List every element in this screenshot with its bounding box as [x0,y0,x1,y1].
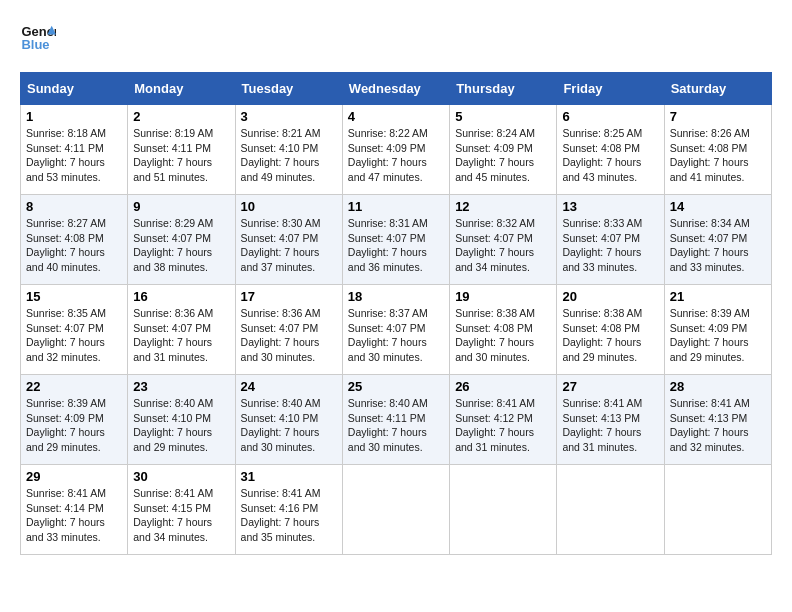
calendar-cell: 10 Sunrise: 8:30 AMSunset: 4:07 PMDaylig… [235,195,342,285]
calendar-week-1: 1 Sunrise: 8:18 AMSunset: 4:11 PMDayligh… [21,105,772,195]
calendar-cell: 24 Sunrise: 8:40 AMSunset: 4:10 PMDaylig… [235,375,342,465]
logo-icon: General Blue [20,20,56,56]
day-info: Sunrise: 8:35 AMSunset: 4:07 PMDaylight:… [26,306,122,365]
calendar-cell: 11 Sunrise: 8:31 AMSunset: 4:07 PMDaylig… [342,195,449,285]
day-info: Sunrise: 8:41 AMSunset: 4:13 PMDaylight:… [562,396,658,455]
calendar-header-row: SundayMondayTuesdayWednesdayThursdayFrid… [21,73,772,105]
day-number: 14 [670,199,766,214]
day-number: 16 [133,289,229,304]
header-friday: Friday [557,73,664,105]
day-number: 31 [241,469,337,484]
calendar-cell: 1 Sunrise: 8:18 AMSunset: 4:11 PMDayligh… [21,105,128,195]
day-number: 26 [455,379,551,394]
calendar-cell: 4 Sunrise: 8:22 AMSunset: 4:09 PMDayligh… [342,105,449,195]
day-number: 1 [26,109,122,124]
day-info: Sunrise: 8:19 AMSunset: 4:11 PMDaylight:… [133,126,229,185]
day-info: Sunrise: 8:26 AMSunset: 4:08 PMDaylight:… [670,126,766,185]
page-header: General Blue [20,20,772,56]
calendar-cell: 19 Sunrise: 8:38 AMSunset: 4:08 PMDaylig… [450,285,557,375]
day-info: Sunrise: 8:40 AMSunset: 4:10 PMDaylight:… [241,396,337,455]
day-number: 10 [241,199,337,214]
day-info: Sunrise: 8:40 AMSunset: 4:10 PMDaylight:… [133,396,229,455]
calendar-cell: 21 Sunrise: 8:39 AMSunset: 4:09 PMDaylig… [664,285,771,375]
day-number: 12 [455,199,551,214]
calendar-cell: 22 Sunrise: 8:39 AMSunset: 4:09 PMDaylig… [21,375,128,465]
day-info: Sunrise: 8:41 AMSunset: 4:13 PMDaylight:… [670,396,766,455]
header-wednesday: Wednesday [342,73,449,105]
day-info: Sunrise: 8:27 AMSunset: 4:08 PMDaylight:… [26,216,122,275]
calendar-cell: 18 Sunrise: 8:37 AMSunset: 4:07 PMDaylig… [342,285,449,375]
day-number: 7 [670,109,766,124]
calendar-cell: 17 Sunrise: 8:36 AMSunset: 4:07 PMDaylig… [235,285,342,375]
calendar-week-4: 22 Sunrise: 8:39 AMSunset: 4:09 PMDaylig… [21,375,772,465]
day-info: Sunrise: 8:41 AMSunset: 4:14 PMDaylight:… [26,486,122,545]
day-number: 5 [455,109,551,124]
day-info: Sunrise: 8:38 AMSunset: 4:08 PMDaylight:… [562,306,658,365]
day-number: 2 [133,109,229,124]
calendar-cell: 25 Sunrise: 8:40 AMSunset: 4:11 PMDaylig… [342,375,449,465]
calendar-cell: 20 Sunrise: 8:38 AMSunset: 4:08 PMDaylig… [557,285,664,375]
day-info: Sunrise: 8:22 AMSunset: 4:09 PMDaylight:… [348,126,444,185]
day-number: 20 [562,289,658,304]
calendar-cell: 6 Sunrise: 8:25 AMSunset: 4:08 PMDayligh… [557,105,664,195]
day-info: Sunrise: 8:34 AMSunset: 4:07 PMDaylight:… [670,216,766,275]
day-info: Sunrise: 8:41 AMSunset: 4:15 PMDaylight:… [133,486,229,545]
day-number: 22 [26,379,122,394]
calendar-cell: 14 Sunrise: 8:34 AMSunset: 4:07 PMDaylig… [664,195,771,285]
day-number: 21 [670,289,766,304]
header-monday: Monday [128,73,235,105]
svg-text:Blue: Blue [21,37,49,52]
day-number: 15 [26,289,122,304]
day-number: 18 [348,289,444,304]
calendar-cell: 12 Sunrise: 8:32 AMSunset: 4:07 PMDaylig… [450,195,557,285]
logo: General Blue [20,20,56,56]
calendar-cell: 8 Sunrise: 8:27 AMSunset: 4:08 PMDayligh… [21,195,128,285]
day-info: Sunrise: 8:41 AMSunset: 4:12 PMDaylight:… [455,396,551,455]
day-number: 11 [348,199,444,214]
day-number: 29 [26,469,122,484]
day-info: Sunrise: 8:29 AMSunset: 4:07 PMDaylight:… [133,216,229,275]
calendar-cell: 16 Sunrise: 8:36 AMSunset: 4:07 PMDaylig… [128,285,235,375]
calendar-cell: 13 Sunrise: 8:33 AMSunset: 4:07 PMDaylig… [557,195,664,285]
day-info: Sunrise: 8:31 AMSunset: 4:07 PMDaylight:… [348,216,444,275]
day-number: 3 [241,109,337,124]
header-sunday: Sunday [21,73,128,105]
calendar-cell: 28 Sunrise: 8:41 AMSunset: 4:13 PMDaylig… [664,375,771,465]
header-saturday: Saturday [664,73,771,105]
day-info: Sunrise: 8:24 AMSunset: 4:09 PMDaylight:… [455,126,551,185]
day-info: Sunrise: 8:25 AMSunset: 4:08 PMDaylight:… [562,126,658,185]
calendar-cell: 9 Sunrise: 8:29 AMSunset: 4:07 PMDayligh… [128,195,235,285]
day-info: Sunrise: 8:33 AMSunset: 4:07 PMDaylight:… [562,216,658,275]
day-number: 19 [455,289,551,304]
day-number: 30 [133,469,229,484]
day-number: 25 [348,379,444,394]
calendar-cell: 23 Sunrise: 8:40 AMSunset: 4:10 PMDaylig… [128,375,235,465]
calendar-cell: 5 Sunrise: 8:24 AMSunset: 4:09 PMDayligh… [450,105,557,195]
day-number: 23 [133,379,229,394]
day-number: 8 [26,199,122,214]
day-number: 17 [241,289,337,304]
calendar-cell: 15 Sunrise: 8:35 AMSunset: 4:07 PMDaylig… [21,285,128,375]
day-info: Sunrise: 8:37 AMSunset: 4:07 PMDaylight:… [348,306,444,365]
calendar-cell: 27 Sunrise: 8:41 AMSunset: 4:13 PMDaylig… [557,375,664,465]
calendar-cell: 7 Sunrise: 8:26 AMSunset: 4:08 PMDayligh… [664,105,771,195]
calendar-cell: 3 Sunrise: 8:21 AMSunset: 4:10 PMDayligh… [235,105,342,195]
calendar-cell: 31 Sunrise: 8:41 AMSunset: 4:16 PMDaylig… [235,465,342,555]
day-info: Sunrise: 8:39 AMSunset: 4:09 PMDaylight:… [26,396,122,455]
day-info: Sunrise: 8:32 AMSunset: 4:07 PMDaylight:… [455,216,551,275]
calendar-cell: 30 Sunrise: 8:41 AMSunset: 4:15 PMDaylig… [128,465,235,555]
day-info: Sunrise: 8:36 AMSunset: 4:07 PMDaylight:… [133,306,229,365]
day-number: 9 [133,199,229,214]
day-number: 13 [562,199,658,214]
calendar-cell: 26 Sunrise: 8:41 AMSunset: 4:12 PMDaylig… [450,375,557,465]
day-info: Sunrise: 8:36 AMSunset: 4:07 PMDaylight:… [241,306,337,365]
day-info: Sunrise: 8:30 AMSunset: 4:07 PMDaylight:… [241,216,337,275]
header-thursday: Thursday [450,73,557,105]
calendar-week-5: 29 Sunrise: 8:41 AMSunset: 4:14 PMDaylig… [21,465,772,555]
calendar-week-2: 8 Sunrise: 8:27 AMSunset: 4:08 PMDayligh… [21,195,772,285]
calendar-week-3: 15 Sunrise: 8:35 AMSunset: 4:07 PMDaylig… [21,285,772,375]
day-number: 24 [241,379,337,394]
day-number: 6 [562,109,658,124]
calendar-cell: 2 Sunrise: 8:19 AMSunset: 4:11 PMDayligh… [128,105,235,195]
calendar-cell [342,465,449,555]
